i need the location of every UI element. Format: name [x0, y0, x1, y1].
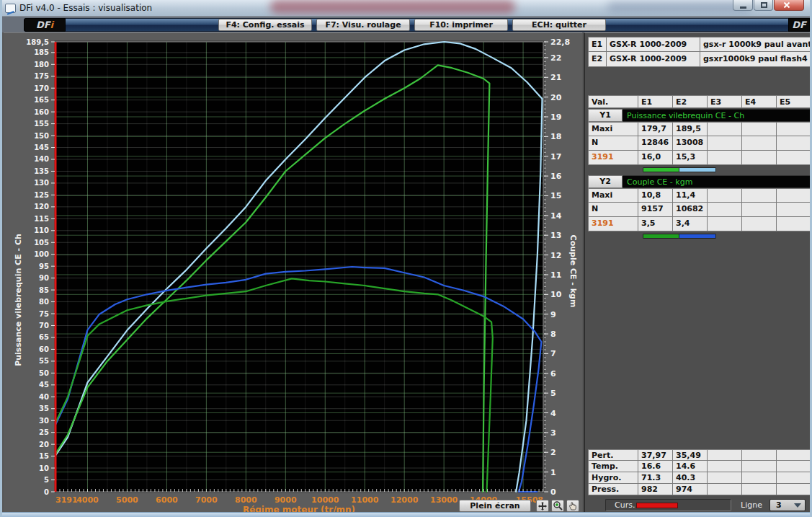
svg-text:160: 160: [34, 108, 49, 116]
button-config-essais[interactable]: F4: Config. essais: [218, 19, 312, 31]
value-cell: [777, 188, 811, 203]
svg-text:120: 120: [34, 203, 49, 211]
dfi-logo: DFi: [24, 18, 66, 32]
value-cell: 71.3: [638, 472, 673, 484]
blurred-watermark: [270, 0, 515, 14]
col-header: E1: [638, 95, 673, 108]
svg-text:60: 60: [39, 345, 49, 353]
pan-tool-button[interactable]: [566, 500, 579, 512]
svg-text:110: 110: [34, 226, 49, 234]
y1-e2-color-swatch: [679, 167, 716, 172]
table-row: N 12846 13008: [588, 136, 811, 151]
minimize-button[interactable]: [733, 0, 753, 11]
y1-button[interactable]: Y1: [588, 109, 623, 122]
y2-e2-color-swatch: [679, 234, 716, 239]
row-label: N: [588, 136, 638, 151]
svg-text:10: 10: [39, 464, 49, 472]
table-row: Maxi 179,7 189,5: [588, 122, 811, 136]
svg-text:155: 155: [34, 120, 49, 128]
svg-text:165: 165: [34, 96, 49, 104]
value-cell: 10682: [673, 203, 708, 217]
svg-text:22,8: 22,8: [550, 37, 570, 47]
svg-text:17: 17: [550, 152, 561, 162]
svg-text:170: 170: [34, 84, 49, 92]
maximize-button[interactable]: [754, 0, 773, 11]
svg-text:15: 15: [550, 191, 561, 200]
value-cell: [742, 136, 777, 151]
move-icon: [538, 502, 547, 511]
value-cell: 3,4: [673, 217, 708, 231]
svg-text:0: 0: [550, 487, 556, 497]
col-header: E5: [777, 95, 811, 108]
value-cell: [742, 484, 777, 495]
value-cell: [708, 188, 742, 203]
svg-text:70: 70: [39, 322, 49, 330]
value-cell: 37,97: [638, 449, 673, 461]
move-tool-button[interactable]: [536, 500, 549, 512]
environment-table: Pert. 37,97 35,49 Temp. 16.6 14.6 Hygro.…: [588, 449, 811, 495]
svg-text:1: 1: [550, 468, 556, 477]
dfi-logo-right: DF: [788, 18, 810, 32]
button-imprimer[interactable]: F10: imprimer: [414, 19, 508, 31]
svg-text:16: 16: [550, 172, 562, 181]
svg-text:0: 0: [44, 488, 49, 496]
value-cell: [777, 217, 811, 231]
value-cell: 179,7: [638, 122, 673, 136]
value-cell: [777, 136, 811, 151]
run-model: GSX-R 1000-2009: [607, 37, 700, 52]
svg-text:8: 8: [550, 330, 556, 339]
value-cell: [777, 449, 811, 461]
table-row: Hygro. 71.3 40.3: [588, 472, 811, 484]
svg-text:20: 20: [550, 93, 562, 102]
button-visu-roulage[interactable]: F7: Visu. roulage: [316, 19, 410, 31]
svg-text:189,5: 189,5: [26, 38, 49, 46]
value-cell: [708, 484, 742, 495]
table-row: 3191 3,5 3,4: [588, 217, 811, 231]
button-quitter[interactable]: ECH: quitter: [512, 19, 606, 31]
svg-text:175: 175: [34, 72, 49, 80]
svg-text:8000: 8000: [235, 495, 257, 505]
value-cell: 10,8: [638, 188, 673, 203]
value-cell: [708, 449, 742, 461]
svg-text:14: 14: [550, 211, 562, 221]
zoom-tool-button[interactable]: [551, 500, 564, 512]
y2-button[interactable]: Y2: [588, 175, 623, 188]
table-row: Pert. 37,97 35,49: [588, 449, 811, 461]
blurred-watermark-2: [607, 1, 751, 12]
app-window: DFi v4.0 - Essais : visualisation DFi F4…: [0, 0, 812, 517]
svg-text:130: 130: [34, 179, 49, 187]
svg-text:19: 19: [550, 112, 561, 122]
svg-text:11: 11: [550, 270, 561, 280]
value-cell: [708, 151, 742, 165]
cursor-indicator: Curs.: [605, 499, 731, 511]
svg-text:90: 90: [39, 274, 49, 282]
cursor-color-swatch: [636, 503, 678, 508]
run-row-e1[interactable]: E1 GSX-R 1000-2009 gsx-r 1000k9 paul ava…: [588, 37, 812, 52]
svg-text:2: 2: [550, 448, 556, 457]
value-cell: 189,5: [673, 122, 708, 136]
y2-section-header: Y2 Couple CE - kgm: [588, 175, 811, 188]
fullscreen-button[interactable]: Plein écran: [459, 500, 531, 512]
dyno-chart[interactable]: 189,518518017517016516015515014514013513…: [4, 33, 582, 513]
col-header: E3: [708, 95, 742, 108]
ligne-value: 3: [776, 500, 794, 510]
ligne-dropdown[interactable]: 3: [769, 499, 806, 511]
svg-text:7000: 7000: [195, 495, 218, 505]
svg-text:20: 20: [39, 441, 49, 448]
svg-text:125: 125: [34, 191, 49, 199]
value-cell: 12846: [638, 136, 673, 151]
close-button[interactable]: [774, 0, 804, 11]
run-row-e2[interactable]: E2 GSX-R 1000-2009 gsxr1000k9 paul flash…: [588, 52, 812, 67]
value-cell: [742, 203, 777, 217]
value-cell: [742, 151, 777, 165]
value-cell: [742, 188, 777, 203]
row-label: Pert.: [588, 449, 638, 461]
y1-e1-color-swatch: [643, 167, 680, 172]
table-row: N 9157 10682: [588, 203, 811, 217]
cursor-controls: Curs. Ligne 3: [585, 498, 812, 513]
svg-text:145: 145: [34, 143, 49, 151]
value-cell: 40.3: [673, 472, 708, 484]
svg-text:50: 50: [39, 369, 49, 377]
svg-text:75: 75: [39, 310, 49, 318]
chart-panel: 189,518518017517016516015515014514013513…: [4, 32, 582, 512]
